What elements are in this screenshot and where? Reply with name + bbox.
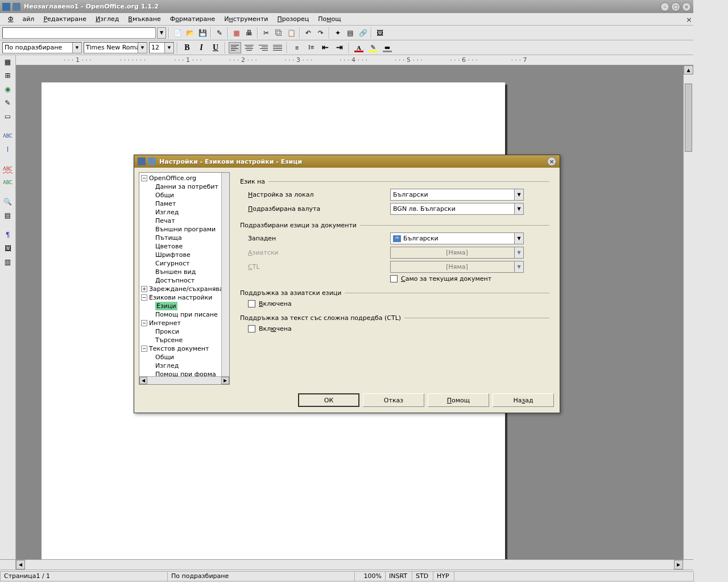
bold-button[interactable]: B — [181, 42, 193, 53]
graphics-icon[interactable]: 🖼 — [2, 243, 14, 254]
insert-table-icon[interactable]: ▦ — [2, 56, 14, 68]
online-layout-icon[interactable]: ▥ — [2, 256, 14, 268]
locale-select[interactable]: Български▼ — [390, 189, 524, 201]
decrease-indent-button[interactable]: ⇤ — [319, 42, 332, 53]
url-input[interactable] — [2, 27, 156, 39]
increase-indent-button[interactable]: ⇥ — [333, 42, 346, 53]
currency-select[interactable]: BGN лв. Български▼ — [390, 203, 524, 215]
insert-object-icon[interactable]: ◉ — [2, 84, 14, 95]
cursor-icon[interactable]: I — [2, 144, 14, 155]
maximize-button[interactable]: ▢ — [671, 2, 680, 11]
paragraph-style-combo[interactable]: По подразбиране▼ — [2, 42, 82, 53]
label-western: Западен — [248, 235, 390, 242]
label-locale: Настройка за локал — [248, 191, 390, 198]
highlight-button[interactable]: ✎ — [367, 42, 379, 53]
url-dropdown[interactable]: ▼ — [157, 27, 166, 39]
status-zoom[interactable]: 100% — [354, 571, 386, 581]
options-tree[interactable]: −OpenOffice.org Данни за потребит Общи П… — [139, 172, 230, 385]
stylist-icon[interactable]: ▤ — [345, 27, 356, 39]
cut-icon[interactable]: ✂ — [260, 27, 272, 39]
dialog-button-row: ОК Отказ Помощ Назад — [134, 389, 560, 413]
print-icon[interactable]: 🖶 — [243, 27, 255, 39]
menu-format[interactable]: Форматиране — [166, 14, 220, 24]
western-select[interactable]: ᴬᴮБългарски▼ — [390, 232, 524, 244]
spellcheck-icon[interactable]: ABC — [2, 130, 14, 142]
abc-icon: ᴬᴮ — [393, 235, 401, 242]
menu-tools[interactable]: Инструменти — [220, 14, 272, 24]
status-blank — [454, 571, 694, 581]
hyperlink-icon[interactable]: 🔗 — [357, 27, 369, 39]
save-icon[interactable]: 💾 — [197, 27, 208, 39]
paste-icon[interactable]: 📋 — [286, 27, 297, 39]
status-page: Страница1 / 1 — [0, 571, 168, 581]
align-right-button[interactable] — [257, 42, 270, 53]
background-color-button[interactable]: ▬ — [381, 42, 394, 53]
back-button[interactable]: Назад — [493, 393, 554, 407]
close-button[interactable]: × — [682, 2, 691, 11]
autotext-icon[interactable]: ABC — [2, 177, 14, 188]
status-std[interactable]: STD — [412, 571, 433, 581]
open-icon[interactable]: 📂 — [184, 27, 196, 39]
form-icon[interactable]: ▭ — [2, 111, 14, 122]
numbered-list-button[interactable]: ≡ — [291, 42, 303, 53]
nonprinting-icon[interactable]: ¶ — [2, 229, 14, 240]
insert-draw-icon[interactable]: ✎ — [2, 97, 14, 109]
label-only-current: Само за текущия документ — [401, 275, 491, 282]
cancel-button[interactable]: Отказ — [363, 393, 424, 407]
copy-icon[interactable]: ⿻ — [273, 27, 284, 39]
dialog-close-button[interactable]: × — [547, 157, 556, 166]
doc-close-button[interactable]: × — [681, 15, 690, 23]
underline-button[interactable]: U — [209, 42, 222, 53]
tree-vertical-scrollbar[interactable] — [221, 173, 229, 376]
navigator-icon[interactable]: ✦ — [332, 27, 344, 39]
dialog-title: Настройки - Езикови настройки - Езици — [159, 158, 547, 165]
menu-window[interactable]: Прозорец — [272, 14, 313, 24]
menu-help[interactable]: Помощ — [313, 14, 345, 24]
font-name-combo[interactable]: Times New Roma▼ — [84, 42, 147, 53]
ok-button[interactable]: ОК — [298, 393, 359, 407]
menu-insert[interactable]: Вмъкване — [123, 14, 165, 24]
minimize-button[interactable]: – — [660, 2, 669, 11]
tree-horizontal-scrollbar[interactable]: ◀▶ — [139, 376, 229, 384]
menu-file[interactable]: Файл — [3, 14, 39, 24]
align-center-button[interactable] — [243, 42, 255, 53]
pdf-icon[interactable]: ▦ — [231, 27, 242, 39]
insert-fields-icon[interactable]: ⊞ — [2, 70, 14, 81]
align-justify-button[interactable] — [271, 42, 284, 53]
new-doc-icon[interactable]: 📄 — [172, 27, 183, 39]
expand-icon[interactable]: − — [141, 175, 147, 181]
settings-pane: Език на Настройка за локал Български▼ По… — [234, 172, 555, 385]
menu-edit[interactable]: Редактиране — [39, 14, 91, 24]
italic-button[interactable]: I — [195, 42, 208, 53]
redo-icon[interactable]: ↷ — [315, 27, 326, 39]
expand-icon[interactable]: − — [141, 320, 147, 326]
asian-select: [Няма]▼ — [390, 247, 524, 259]
font-size-combo[interactable]: 12▼ — [149, 42, 174, 53]
undo-icon[interactable]: ↶ — [303, 27, 314, 39]
bullet-list-button[interactable]: ⁝≡ — [305, 42, 317, 53]
label-currency: Подразбирана валута — [248, 205, 390, 213]
only-current-doc-checkbox[interactable] — [390, 275, 398, 282]
expand-icon[interactable]: − — [141, 346, 147, 352]
find-icon[interactable]: 🔍 — [2, 196, 14, 207]
vertical-scrollbar[interactable]: ▲ — [683, 65, 693, 559]
horizontal-scrollbar[interactable]: ◀ ▶ — [0, 559, 693, 569]
ctl-enabled-checkbox[interactable] — [248, 325, 255, 332]
status-hyp[interactable]: HYP — [433, 571, 454, 581]
horizontal-ruler[interactable]: · · · 1 · · · · · · · · · · · · · 1 · · … — [16, 55, 693, 65]
expand-icon[interactable]: + — [141, 286, 147, 292]
data-sources-icon[interactable]: ▤ — [2, 210, 14, 221]
edit-doc-icon[interactable]: ✎ — [214, 27, 225, 39]
left-toolbar: ▦ ⊞ ◉ ✎ ▭ ABC I ABC ABC 🔍 ▤ ¶ 🖼 ▥ — [0, 55, 16, 559]
align-left-button[interactable] — [229, 42, 241, 53]
expand-icon[interactable]: − — [141, 294, 147, 301]
group-ctl-support: Поддръжка за текст със сложна подредба (… — [240, 314, 401, 322]
help-button[interactable]: Помощ — [428, 393, 489, 407]
status-insert[interactable]: INSRT — [385, 571, 412, 581]
gallery-icon[interactable]: 🖼 — [374, 27, 386, 39]
menu-view[interactable]: Изглед — [91, 14, 123, 24]
font-color-button[interactable]: A — [353, 42, 365, 53]
autospell-icon[interactable]: ABC — [2, 163, 14, 174]
asian-enabled-checkbox[interactable] — [248, 300, 255, 307]
tree-item-selected: Езици — [155, 302, 177, 310]
